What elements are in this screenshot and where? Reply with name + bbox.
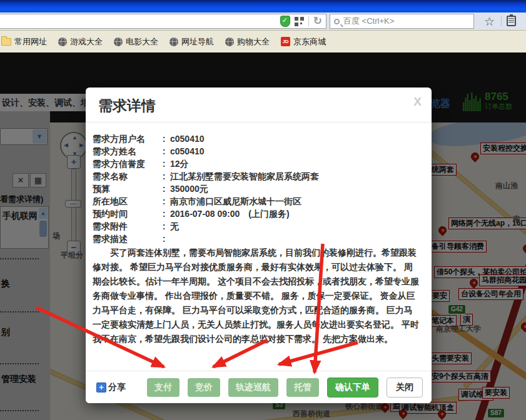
field-value: 2016-07-08 09:00 (上门服务) bbox=[170, 208, 419, 220]
window-titlebar bbox=[0, 0, 526, 12]
divider bbox=[308, 16, 309, 26]
field-label: 需求方用户名 bbox=[93, 132, 158, 145]
托管-button[interactable]: 托管 bbox=[286, 378, 319, 397]
field-label: 需求方姓名 bbox=[93, 145, 158, 158]
bookmark-star-icon[interactable]: ☆ bbox=[484, 14, 495, 29]
field-colon: : bbox=[158, 208, 170, 220]
bookmark-label: 购物大全 bbox=[237, 36, 270, 48]
close-icon[interactable]: X bbox=[413, 95, 422, 109]
modal-header: 需求详情 X bbox=[86, 88, 432, 122]
modal-title: 需求详情 bbox=[98, 96, 156, 116]
竞价-button[interactable]: 竞价 bbox=[188, 378, 220, 397]
确认下单-button[interactable]: 确认下单 bbox=[327, 378, 378, 398]
field-value: 江北某别墅需要安装智能家居系统两套 bbox=[170, 170, 419, 182]
field-label: 需求方信誉度 bbox=[93, 158, 158, 170]
share-plus-icon: + bbox=[96, 382, 106, 392]
search-placeholder: 百度 <Ctrl+K> bbox=[343, 16, 394, 27]
field-label: 需求描述 bbox=[93, 232, 158, 245]
field-value: c050410 bbox=[170, 145, 419, 158]
field-row: 预算:350000元 bbox=[93, 182, 419, 195]
modal-buttons: 支付竞价轨迹巡航托管确认下单关闭 bbox=[147, 378, 423, 398]
globe-icon bbox=[169, 38, 178, 46]
field-colon: : bbox=[158, 145, 170, 158]
refresh-icon[interactable]: ↻ bbox=[313, 16, 322, 26]
demand-details-modal: 需求详情 X 需求方用户名:c050410需求方姓名:c050410需求方信誉度… bbox=[86, 88, 432, 403]
search-input[interactable]: 百度 <Ctrl+K> bbox=[330, 14, 474, 29]
globe-icon bbox=[225, 38, 234, 46]
field-row: 预约时间:2016-07-08 09:00 (上门服务) bbox=[93, 208, 419, 220]
browser-toolbar: ↻ 百度 <Ctrl+K> ☆ bbox=[0, 12, 526, 30]
bookmark-item[interactable]: 购物大全 bbox=[225, 36, 270, 48]
bookmark-label: 京东商城 bbox=[293, 36, 326, 48]
field-row: 需求方信誉度:12分 bbox=[93, 158, 419, 170]
field-value: 350000元 bbox=[170, 182, 419, 195]
address-bar[interactable]: ↻ bbox=[0, 14, 326, 29]
field-value bbox=[170, 232, 419, 245]
screenshot-stage: ↻ 百度 <Ctrl+K> ☆ 常用网址游戏大全电影大全网址导航购物大全JD京东… bbox=[0, 0, 526, 420]
bookmark-label: 网址导航 bbox=[181, 36, 214, 48]
modal-footer: + 分享 支付竞价轨迹巡航托管确认下单关闭 bbox=[86, 371, 432, 403]
share-label: 分享 bbox=[108, 382, 126, 393]
field-colon: : bbox=[158, 232, 170, 245]
field-colon: : bbox=[158, 158, 170, 170]
field-colon: : bbox=[158, 132, 170, 145]
bookmark-label: 常用网址 bbox=[14, 36, 47, 48]
field-value: c050410 bbox=[170, 132, 419, 145]
field-label: 预算 bbox=[93, 182, 158, 195]
field-colon: : bbox=[158, 182, 170, 195]
field-row: 所在地区:南京市浦口区威尼斯水城十一街区 bbox=[93, 195, 419, 208]
share-button[interactable]: + 分享 bbox=[96, 382, 126, 393]
field-row: 需求描述: bbox=[93, 232, 419, 245]
支付-button[interactable]: 支付 bbox=[147, 378, 180, 397]
field-label: 所在地区 bbox=[93, 195, 158, 208]
轨迹巡航-button[interactable]: 轨迹巡航 bbox=[228, 378, 278, 397]
bookmark-label: 游戏大全 bbox=[70, 36, 103, 48]
bookmark-label: 电影大全 bbox=[126, 36, 158, 48]
field-row: 需求附件:无 bbox=[93, 220, 419, 232]
field-row: 需求方用户名:c050410 bbox=[93, 132, 419, 145]
bookmark-item[interactable]: 游戏大全 bbox=[58, 36, 103, 48]
bookmarks-bar: 常用网址游戏大全电影大全网址导航购物大全JD京东商城 bbox=[0, 30, 526, 52]
field-value: 南京市浦口区威尼斯水城十一街区 bbox=[170, 195, 419, 208]
security-shield-icon[interactable] bbox=[280, 16, 290, 27]
demand-description: 买了两套连体别墅，需要布局智能家居系统，目前我们的装修刚进行。希望跟装修对接。 … bbox=[93, 246, 419, 346]
field-row: 需求名称:江北某别墅需要安装智能家居系统两套 bbox=[93, 170, 419, 182]
demand-fields: 需求方用户名:c050410需求方姓名:c050410需求方信誉度:12分需求名… bbox=[93, 132, 419, 245]
field-label: 需求名称 bbox=[93, 170, 158, 182]
field-colon: : bbox=[158, 195, 170, 208]
qr-code-icon[interactable] bbox=[295, 17, 304, 26]
field-colon: : bbox=[158, 170, 170, 182]
field-colon: : bbox=[158, 220, 170, 232]
globe-icon bbox=[114, 38, 123, 46]
bookmark-item[interactable]: JD京东商城 bbox=[281, 36, 326, 48]
field-value: 12分 bbox=[170, 158, 419, 170]
folder-icon bbox=[1, 38, 11, 46]
reading-list-icon[interactable] bbox=[507, 16, 516, 26]
jd-icon: JD bbox=[281, 37, 290, 46]
bookmark-item[interactable]: 常用网址 bbox=[1, 36, 47, 48]
bookmark-item[interactable]: 电影大全 bbox=[114, 36, 158, 48]
modal-body: 需求方用户名:c050410需求方姓名:c050410需求方信誉度:12分需求名… bbox=[86, 122, 432, 346]
field-label: 预约时间 bbox=[93, 208, 158, 220]
field-value: 无 bbox=[170, 220, 419, 232]
globe-icon bbox=[58, 38, 67, 46]
bookmark-item[interactable]: 网址导航 bbox=[169, 36, 214, 48]
divider bbox=[501, 16, 502, 26]
field-row: 需求方姓名:c050410 bbox=[93, 145, 419, 158]
field-label: 需求附件 bbox=[93, 220, 158, 232]
search-icon bbox=[334, 19, 340, 24]
关闭-button[interactable]: 关闭 bbox=[387, 378, 423, 398]
